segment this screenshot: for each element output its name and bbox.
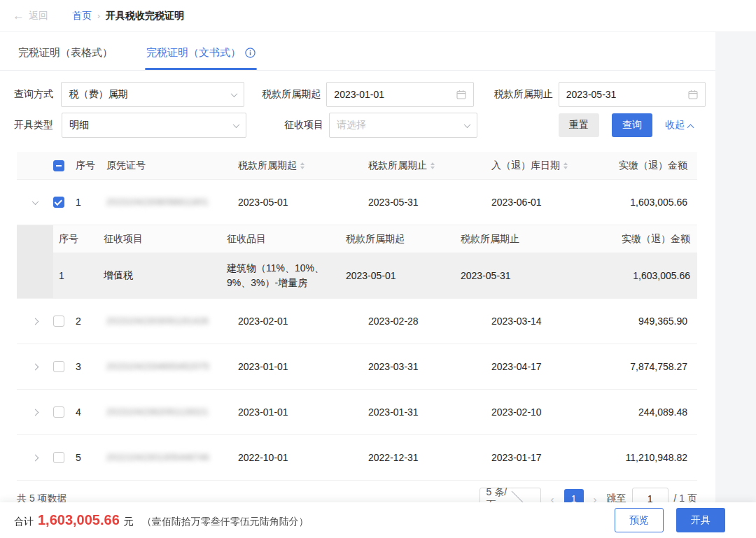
voucher-number-redacted: 20221042301305446746 bbox=[106, 453, 209, 462]
row-checkbox[interactable] bbox=[53, 316, 64, 327]
sort-icon[interactable] bbox=[564, 162, 568, 169]
row-checkbox[interactable] bbox=[53, 197, 64, 208]
header-amount: 实缴（退）金额 bbox=[616, 160, 697, 172]
detail-cell-amount: 1,603,005.66 bbox=[577, 270, 697, 281]
cell-store-date: 2023-06-01 bbox=[491, 197, 616, 208]
detail-row: 1 增值税 建筑物（11%、10%、9%、3%）-增量房 2023-05-01 … bbox=[53, 253, 697, 298]
period-start-label: 税款所属期起 bbox=[260, 88, 321, 101]
issue-type-value: 明细 bbox=[69, 119, 234, 132]
detail-subtable: 序号 征收项目 征收品目 税款所属期起 税款所属期止 实缴（退）金额 1 增值税… bbox=[17, 225, 697, 299]
tab-certificate-table-format[interactable]: 完税证明（表格式） bbox=[18, 46, 113, 70]
expand-row-icon[interactable] bbox=[17, 364, 53, 369]
cell-period-start: 2023-01-01 bbox=[238, 361, 368, 372]
calendar-icon bbox=[456, 90, 466, 99]
breadcrumb-current: 开具税收完税证明 bbox=[106, 10, 184, 22]
collapse-label: 收起 bbox=[665, 119, 685, 132]
detail-header-row: 序号 征收项目 征收品目 税款所属期起 税款所属期止 实缴（退）金额 bbox=[53, 225, 697, 253]
total-amount: 1,603,005.66 bbox=[38, 512, 120, 528]
table-row: 5 20221042301305446746 2022-10-01 2022-1… bbox=[17, 435, 697, 481]
levy-item-select[interactable]: 请选择 bbox=[329, 113, 477, 138]
voucher-number-redacted: 20231042362091128321 bbox=[106, 407, 209, 417]
query-mode-label: 查询方式 bbox=[14, 88, 55, 101]
collapse-link[interactable]: 收起 bbox=[665, 119, 693, 132]
detail-header-start: 税款所属期起 bbox=[346, 233, 461, 246]
total-amount-words: （壹佰陆拾万零叁仟零伍元陆角陆分） bbox=[142, 516, 309, 528]
breadcrumb: 首页 › 开具税收完税证明 bbox=[72, 10, 184, 22]
header-label: 入（退）库日期 bbox=[491, 160, 560, 172]
cell-seq: 1 bbox=[76, 197, 106, 208]
cell-seq: 4 bbox=[76, 406, 106, 418]
detail-header-seq: 序号 bbox=[53, 233, 104, 246]
header-label: 税款所属期起 bbox=[238, 160, 297, 172]
table-row: 2 20231042303091191426 2023-02-01 2023-0… bbox=[17, 299, 697, 344]
cell-store-date: 2023-03-14 bbox=[491, 316, 616, 327]
detail-cell-start: 2023-05-01 bbox=[346, 270, 461, 281]
cell-amount: 1,603,005.66 bbox=[616, 197, 697, 208]
detail-header-category: 征收品目 bbox=[227, 233, 346, 246]
expand-row-icon[interactable] bbox=[17, 455, 53, 460]
query-mode-select[interactable]: 税（费）属期 bbox=[61, 82, 244, 107]
detail-cell-seq: 1 bbox=[53, 270, 104, 281]
detail-cell-item: 增值税 bbox=[104, 269, 227, 282]
tab-bar: 完税证明（表格式） 完税证明（文书式） bbox=[0, 32, 715, 71]
calendar-icon bbox=[688, 90, 698, 99]
chevron-down-icon bbox=[464, 121, 471, 128]
period-start-date-input[interactable]: 2023-01-01 bbox=[326, 82, 473, 107]
voucher-number-redacted: 20231042334693452075 bbox=[106, 362, 209, 371]
collapse-row-icon[interactable] bbox=[17, 200, 53, 205]
chevron-down-icon bbox=[233, 121, 240, 128]
reset-button[interactable]: 重置 bbox=[559, 113, 599, 137]
period-end-date-input[interactable]: 2023-05-31 bbox=[559, 82, 706, 107]
detail-header-item: 征收项目 bbox=[104, 233, 227, 246]
row-checkbox[interactable] bbox=[53, 452, 64, 463]
header-seq: 序号 bbox=[76, 160, 106, 172]
period-end-value: 2023-05-31 bbox=[566, 89, 688, 100]
back-button[interactable]: ← 返回 bbox=[13, 10, 48, 22]
header-label: 税款所属期止 bbox=[368, 160, 427, 172]
breadcrumb-separator: › bbox=[97, 11, 100, 21]
row-checkbox[interactable] bbox=[53, 406, 64, 418]
table-header-row: 序号 原凭证号 税款所属期起 税款所属期止 入（退）库日期 实缴（退）金额 bbox=[17, 152, 697, 180]
back-arrow-icon: ← bbox=[13, 10, 24, 22]
voucher-number-redacted: 20231042308098811801 bbox=[106, 197, 209, 207]
cell-seq: 5 bbox=[76, 452, 106, 463]
expand-row-icon[interactable] bbox=[17, 410, 53, 415]
issue-type-select[interactable]: 明细 bbox=[62, 113, 246, 138]
period-end-label: 税款所属期止 bbox=[492, 88, 553, 101]
cell-period-start: 2023-01-01 bbox=[238, 406, 368, 418]
sort-icon[interactable] bbox=[430, 162, 435, 169]
issue-button[interactable]: 开具 bbox=[676, 508, 725, 532]
cell-period-start: 2023-05-01 bbox=[238, 197, 368, 208]
tab-certificate-document-format[interactable]: 完税证明（文书式） bbox=[146, 46, 255, 70]
info-icon[interactable] bbox=[245, 48, 255, 58]
total-unit: 元 bbox=[124, 516, 134, 528]
chevron-down-icon bbox=[231, 90, 238, 97]
cell-amount: 7,874,758.27 bbox=[616, 361, 697, 372]
levy-item-placeholder: 请选择 bbox=[337, 119, 465, 132]
table-row: 1 20231042308098811801 2023-05-01 2023-0… bbox=[17, 180, 697, 225]
preview-button[interactable]: 预览 bbox=[615, 508, 664, 532]
select-all-checkbox[interactable] bbox=[53, 160, 64, 171]
expand-row-icon[interactable] bbox=[17, 319, 53, 324]
search-button[interactable]: 查询 bbox=[612, 113, 652, 137]
issue-type-label: 开具类型 bbox=[14, 119, 56, 132]
cell-amount: 11,210,948.82 bbox=[616, 452, 697, 463]
sort-icon[interactable] bbox=[300, 162, 304, 169]
detail-indent-band bbox=[17, 225, 53, 298]
breadcrumb-home[interactable]: 首页 bbox=[72, 10, 92, 22]
row-checkbox[interactable] bbox=[53, 361, 64, 372]
bottom-action-bar: 合计 1,603,005.66 元 （壹佰陆拾万零叁仟零伍元陆角陆分） 预览 开… bbox=[0, 502, 756, 538]
header-period-start: 税款所属期起 bbox=[238, 160, 368, 172]
table-row: 4 20231042362091128321 2023-01-01 2023-0… bbox=[17, 390, 697, 435]
query-mode-value: 税（费）属期 bbox=[69, 88, 232, 101]
voucher-number-redacted: 20231042303091191426 bbox=[106, 316, 209, 326]
cell-seq: 3 bbox=[76, 361, 106, 372]
cell-period-end: 2022-12-31 bbox=[368, 452, 491, 463]
cell-period-start: 2023-02-01 bbox=[238, 316, 368, 327]
table-row: 3 20231042334693452075 2023-01-01 2023-0… bbox=[17, 344, 697, 390]
header-period-end: 税款所属期止 bbox=[368, 160, 491, 172]
cell-seq: 2 bbox=[76, 316, 106, 327]
topbar: ← 返回 首页 › 开具税收完税证明 bbox=[0, 0, 756, 32]
levy-item-label: 征收项目 bbox=[262, 119, 323, 132]
cell-period-start: 2022-10-01 bbox=[238, 452, 368, 463]
